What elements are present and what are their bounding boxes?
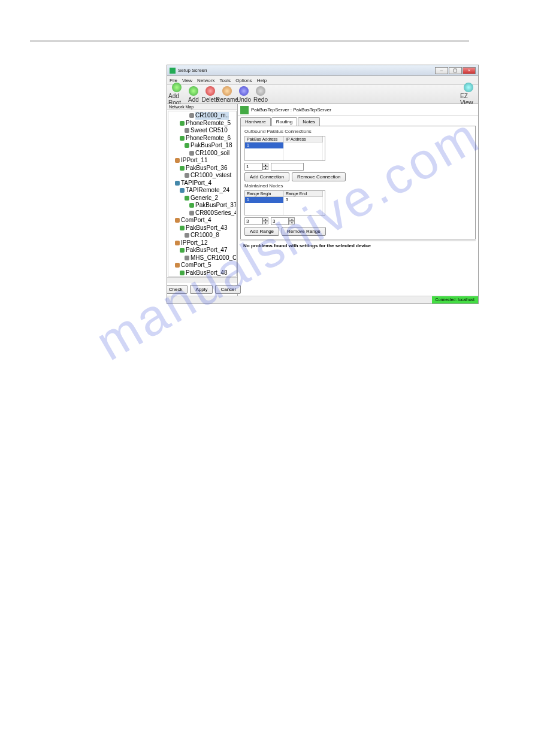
tree-node[interactable]: Generic_2 [169,195,235,202]
tree-node-label: Sweet CR510 [191,127,228,135]
remote-icon [185,196,189,201]
redo-button[interactable]: Redo [252,86,269,103]
tab-routing[interactable]: Routing [271,117,298,126]
undo-icon [239,86,249,96]
remove-range-button[interactable]: Remove Range [282,227,326,236]
check-button[interactable]: Check [167,285,188,294]
spin-down-icon[interactable]: ▾ [262,166,268,170]
tree-node-label: PhoneRemote_6 [186,135,231,142]
undo-button[interactable]: Undo [235,86,252,103]
rename-button[interactable]: Rename [219,86,235,103]
spin-down-icon[interactable]: ▾ [262,221,268,224]
range-end-spinner[interactable]: ▴▾ [271,217,295,225]
tree-node[interactable]: CR1000_m.. [169,112,235,120]
tree-node-label: IPPort_12 [181,239,207,247]
menu-help[interactable]: Help [257,78,267,83]
titlebar[interactable]: Setup Screen – ▢ × [167,65,478,76]
tree-node[interactable]: CR1000_vstest [169,172,235,180]
col-pakbus-address: PakBus Address [245,136,284,142]
tree-node[interactable]: TAPIPort_4 [169,180,235,187]
tab-notes[interactable]: Notes [298,117,320,126]
spin-down-icon[interactable]: ▾ [289,221,295,224]
device-name: PakBusTcpServer : PakBusTcpServer [251,107,331,113]
maintained-cell[interactable]: 1 [245,197,284,203]
tree-node[interactable]: CR800Series_4 [169,210,235,217]
add-button[interactable]: Add [185,86,202,103]
tree-node[interactable]: IPPort_11 [169,157,235,165]
tree-node[interactable]: ComPort_4 [169,217,235,224]
tree-node[interactable]: PakBusPort_47 [169,247,235,254]
tree-node[interactable]: PakBusPort_48 [169,269,235,277]
tree-node-label: CR1000_m.. [195,112,229,120]
tree-node[interactable]: ComPort_5 [169,262,235,269]
tab-hardware[interactable]: Hardware [240,117,271,126]
add-range-button[interactable]: Add Range [244,227,279,236]
ip-address-input[interactable] [271,163,304,171]
dev-icon [185,256,189,260]
dev-icon [189,113,194,118]
ez-view-button[interactable]: EZ View [460,83,477,106]
pakbus-address-input[interactable] [244,163,262,171]
tree-node[interactable]: PhoneRemote_5 [169,120,235,127]
maximize-button[interactable]: ▢ [449,67,462,74]
tree-node-label: TAPIPort_4 [181,180,211,187]
menu-network[interactable]: Network [197,78,214,83]
add-connection-button[interactable]: Add Connection [244,172,289,181]
maintained-grid[interactable]: Range Begin Range End 1 3 [244,190,325,215]
body-area: Network Map CR1000_m..PhoneRemote_5Sweet… [167,104,478,296]
tree-node-label: PakBusPort_18 [191,142,232,150]
pb-icon [185,143,189,148]
tree-node[interactable]: PhoneRemote_6 [169,135,235,142]
tree-node[interactable]: CR1000_8 [169,232,235,239]
range-end-input[interactable] [271,217,289,225]
maintained-cell[interactable]: 3 [284,197,323,203]
setup-screen-window: Setup Screen – ▢ × File View Network Too… [167,65,479,304]
ezview-icon [464,83,473,92]
tree-node-label: Generic_2 [191,195,218,202]
pakbus-address-spinner[interactable]: ▴▾ [244,163,268,171]
tree-node-label: PakBusPort_48 [186,269,228,277]
tree-node[interactable]: Sweet CR510 [169,127,235,135]
delete-icon [205,86,215,96]
col-range-end: Range End [284,191,323,197]
tree-node[interactable]: TAPIRemote_24 [169,187,235,195]
tree-node-label: ComPort_4 [181,217,211,224]
range-begin-input[interactable] [244,217,262,225]
apply-button[interactable]: Apply [190,285,213,294]
close-button[interactable]: × [463,67,476,74]
tree-node-label: PhoneRemote_5 [186,120,231,127]
tab-strip: Hardware Routing Notes [238,116,478,126]
tree-node[interactable]: PakBusPort_37 [169,202,235,210]
dev-icon [185,128,189,133]
tree-node[interactable]: MHS_CR1000_Carpark [169,254,235,262]
outbound-grid[interactable]: PakBus Address IP Address 1 [244,136,325,161]
menu-options[interactable]: Options [235,78,252,83]
outbound-cell[interactable] [284,142,323,148]
menu-tools[interactable]: Tools [219,78,231,83]
pb-icon [180,271,185,275]
tree-node[interactable]: PakBusPort_18 [169,142,235,150]
minimize-button[interactable]: – [435,67,448,74]
tree-node[interactable]: CR1000_soil [169,150,235,157]
left-panel: Network Map CR1000_m..PhoneRemote_5Sweet… [167,104,238,296]
remove-connection-button[interactable]: Remove Connection [292,172,346,181]
maintained-label: Maintained Nodes [244,183,471,189]
range-begin-spinner[interactable]: ▴▾ [244,217,268,225]
header-rule [30,41,469,41]
port-icon [175,241,180,245]
add-root-button[interactable]: Add Root [168,83,185,106]
tree-node-label: CR1000_8 [191,232,219,239]
cancel-button[interactable]: Cancel [215,285,241,294]
network-tree[interactable]: CR1000_m..PhoneRemote_5Sweet CR510PhoneR… [168,111,237,277]
horizontal-scrollbar[interactable] [167,277,237,283]
outbound-cell[interactable]: 1 [245,142,284,148]
tree-node[interactable]: IPPort_12 [169,239,235,247]
tree-node-label: CR1000_soil [195,150,229,157]
tree-node-label: PakBusPort_43 [186,224,228,232]
dev-icon [185,173,189,178]
pb-icon [180,226,185,230]
tree-node[interactable]: PakBusPort_36 [169,165,235,172]
tree-node-label: MHS_CR1000_Carpark [191,254,237,262]
status-panel: No problems found with settings for the … [240,241,476,294]
tree-node[interactable]: PakBusPort_43 [169,224,235,232]
